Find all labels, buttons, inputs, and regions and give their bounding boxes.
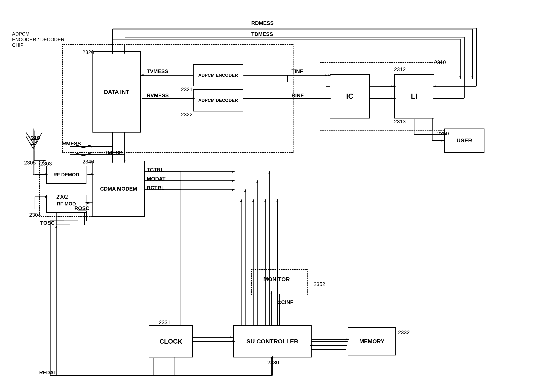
svg-marker-130 bbox=[232, 180, 235, 182]
cdma-modem-block: CDMA MODEM bbox=[93, 161, 145, 217]
data-int-block: DATA INT bbox=[93, 51, 141, 133]
rinf-label: RINF bbox=[292, 92, 304, 98]
tvmess-label: TVMESS bbox=[147, 68, 168, 75]
tmess-label: TMESS bbox=[105, 150, 123, 156]
tinf-label: TINF bbox=[292, 68, 303, 75]
ref-2340: 2340 bbox=[82, 159, 94, 165]
user-block: USER bbox=[444, 128, 485, 153]
svg-marker-47 bbox=[345, 341, 348, 342]
adpcm-encoder-block: ADPCM ENCODER bbox=[193, 64, 243, 86]
svg-marker-138 bbox=[269, 171, 270, 174]
rosc-label: ROSC bbox=[74, 205, 89, 211]
svg-line-91 bbox=[34, 133, 42, 145]
rvmess-label: RVMESS bbox=[147, 92, 169, 98]
ccinf-label: CCINF bbox=[277, 299, 293, 305]
rctrl-label: RCTRL bbox=[147, 185, 165, 191]
svg-marker-39 bbox=[232, 180, 235, 182]
ref-2321: 2321 bbox=[181, 86, 193, 93]
ref-2320: 2320 bbox=[82, 49, 94, 56]
modat-label: MODAT bbox=[147, 176, 165, 182]
adpcm-decoder-block: ADPCM DECODER bbox=[193, 89, 243, 112]
svg-marker-80 bbox=[441, 140, 444, 141]
rf-demod-block: RF DEMOD bbox=[46, 166, 86, 184]
diagram-container: ADPCMENCODER / DECODERCHIP DATA INT ADPC… bbox=[0, 0, 551, 392]
ref-2331: 2331 bbox=[159, 319, 171, 326]
ref-2312: 2312 bbox=[394, 66, 406, 72]
li-block: LI bbox=[394, 74, 434, 119]
svg-marker-132 bbox=[232, 189, 235, 191]
rdmess-label: RDMESS bbox=[251, 20, 274, 26]
clock-block: CLOCK bbox=[149, 325, 193, 357]
svg-marker-134 bbox=[244, 189, 246, 192]
svg-marker-53 bbox=[240, 199, 242, 202]
svg-marker-59 bbox=[277, 199, 278, 202]
rmess-label: RMESS bbox=[62, 140, 81, 147]
ref-2304: 2304 bbox=[29, 212, 41, 218]
adpcm-chip-label: ADPCMENCODER / DECODERCHIP bbox=[12, 31, 64, 48]
antenna-symbol bbox=[20, 125, 48, 165]
svg-marker-7 bbox=[459, 76, 461, 79]
ref-2302: 2302 bbox=[56, 194, 68, 200]
svg-marker-63 bbox=[56, 225, 57, 228]
su-controller-block: SU CONTROLLER bbox=[233, 325, 312, 357]
svg-marker-128 bbox=[232, 171, 235, 173]
svg-marker-95 bbox=[43, 160, 46, 162]
svg-marker-33 bbox=[230, 336, 233, 338]
svg-marker-55 bbox=[252, 199, 254, 202]
ref-2310: 2310 bbox=[434, 59, 446, 65]
svg-marker-4 bbox=[472, 76, 473, 79]
ref-2330: 2330 bbox=[267, 359, 279, 366]
tctrl-label: TCTRL bbox=[147, 167, 164, 173]
memory-block: MEMORY bbox=[348, 327, 396, 356]
monitor-label: MONITOR bbox=[263, 276, 290, 283]
tdmess-label: TDMESS bbox=[251, 31, 273, 37]
svg-marker-41 bbox=[232, 189, 235, 191]
ref-2322: 2322 bbox=[181, 112, 193, 118]
svg-marker-57 bbox=[265, 199, 266, 202]
tosc-label: TOSC bbox=[40, 220, 55, 226]
ref-2332: 2332 bbox=[398, 329, 410, 336]
ref-2313: 2313 bbox=[394, 119, 406, 125]
svg-marker-37 bbox=[232, 171, 235, 173]
rfdat-label: RFDAT bbox=[39, 370, 57, 376]
svg-line-90 bbox=[26, 133, 34, 145]
ref-2352: 2352 bbox=[314, 281, 325, 287]
ref-2350: 2350 bbox=[437, 131, 449, 137]
ic-block: IC bbox=[330, 74, 370, 119]
svg-marker-136 bbox=[257, 180, 258, 182]
